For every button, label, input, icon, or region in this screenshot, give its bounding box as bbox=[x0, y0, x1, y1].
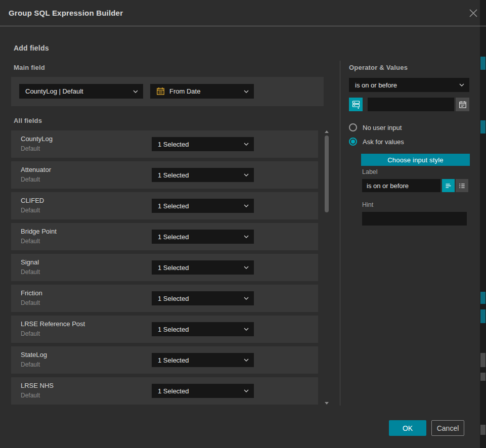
radio-no-user-input-label: No user input bbox=[363, 124, 402, 131]
background-fragment bbox=[480, 292, 485, 304]
radio-circle-icon bbox=[349, 123, 357, 131]
field-selection-select[interactable]: 1 Selected bbox=[152, 291, 254, 305]
calendar-icon bbox=[156, 87, 165, 96]
field-selection-value: 1 Selected bbox=[158, 264, 244, 272]
bullet-list-icon bbox=[458, 182, 466, 190]
field-selection-value: 1 Selected bbox=[158, 295, 244, 302]
ok-button[interactable]: OK bbox=[389, 420, 426, 436]
field-selection-value: 1 Selected bbox=[158, 356, 244, 364]
scrollbar-thumb[interactable] bbox=[325, 136, 329, 212]
chevron-down-icon bbox=[244, 297, 249, 300]
radio-ask-for-values-label: Ask for values bbox=[363, 138, 404, 146]
field-name: Signal bbox=[21, 258, 39, 266]
dialog-title: Group SQL Expression Builder bbox=[9, 0, 123, 26]
operator-values-heading: Operator & Values bbox=[349, 64, 408, 71]
field-row: Bridge Point Default 1 Selected bbox=[11, 223, 318, 250]
field-row: LRSE NHS Default 1 Selected bbox=[11, 377, 318, 405]
field-row: Attenuator Default 1 Selected bbox=[11, 161, 318, 189]
label-input[interactable] bbox=[362, 179, 440, 192]
chevron-down-icon bbox=[244, 359, 249, 362]
choose-input-style-button[interactable]: Choose input style bbox=[361, 154, 470, 166]
field-row: LRSE Reference Post Default 1 Selected bbox=[11, 316, 318, 343]
field-subtitle: Default bbox=[21, 392, 40, 399]
field-subtitle: Default bbox=[21, 207, 40, 214]
radio-no-user-input[interactable]: No user input bbox=[349, 123, 402, 131]
field-name: LRSE NHS bbox=[21, 382, 54, 389]
main-field-panel: CountyLog | Default From Date bbox=[11, 77, 324, 106]
stacked-rows-icon bbox=[351, 100, 361, 109]
all-fields-list: CountyLog Default 1 Selected Attenuator … bbox=[11, 130, 318, 408]
field-subtitle: Default bbox=[21, 299, 40, 306]
operator-select-value: is on or before bbox=[355, 81, 459, 89]
field-selection-select[interactable]: 1 Selected bbox=[152, 230, 254, 244]
scroll-down-arrow[interactable] bbox=[325, 402, 329, 405]
chevron-down-icon bbox=[133, 90, 138, 93]
close-icon bbox=[469, 9, 478, 18]
field-selection-value: 1 Selected bbox=[158, 171, 244, 179]
chevron-down-icon bbox=[244, 204, 249, 207]
field-selection-select[interactable]: 1 Selected bbox=[152, 168, 254, 182]
dialog-titlebar: Group SQL Expression Builder bbox=[0, 0, 486, 26]
operator-select[interactable]: is on or before bbox=[349, 78, 469, 92]
field-selection-select[interactable]: 1 Selected bbox=[152, 384, 254, 398]
chevron-down-icon bbox=[244, 90, 249, 93]
close-button[interactable] bbox=[469, 9, 478, 18]
radio-ask-for-values[interactable]: Ask for values bbox=[349, 138, 404, 146]
field-name: Friction bbox=[21, 289, 42, 297]
field-subtitle: Default bbox=[21, 176, 40, 183]
panel-divider bbox=[340, 61, 340, 406]
field-selection-select[interactable]: 1 Selected bbox=[152, 260, 254, 275]
chevron-down-icon bbox=[244, 173, 249, 176]
field-subtitle: Default bbox=[21, 268, 40, 276]
single-value-style-button[interactable] bbox=[442, 179, 455, 192]
date-field-select[interactable]: From Date bbox=[150, 84, 254, 99]
layer-select[interactable]: CountyLog | Default bbox=[19, 84, 143, 99]
field-subtitle: Default bbox=[21, 330, 40, 337]
field-row: Signal Default 1 Selected bbox=[11, 254, 318, 281]
field-selection-value: 1 Selected bbox=[158, 233, 244, 241]
field-row: CLIFED Default 1 Selected bbox=[11, 192, 318, 219]
field-name: Bridge Point bbox=[21, 228, 57, 235]
align-left-icon bbox=[445, 182, 452, 190]
value-input[interactable] bbox=[368, 98, 454, 111]
field-subtitle: Default bbox=[21, 238, 40, 245]
field-subtitle: Default bbox=[21, 145, 40, 152]
input-type-button[interactable] bbox=[349, 98, 363, 111]
field-selection-value: 1 Selected bbox=[158, 141, 244, 148]
field-selection-value: 1 Selected bbox=[158, 202, 244, 210]
label-field-label: Label bbox=[362, 168, 378, 175]
all-fields-label: All fields bbox=[14, 117, 42, 124]
background-fragment bbox=[480, 309, 485, 323]
background-app-strip bbox=[480, 0, 486, 448]
field-subtitle: Default bbox=[21, 361, 40, 368]
chevron-down-icon bbox=[244, 143, 249, 146]
background-fragment bbox=[480, 57, 485, 70]
radio-selected-icon bbox=[349, 138, 357, 146]
field-selection-value: 1 Selected bbox=[158, 326, 244, 333]
chevron-down-icon bbox=[244, 389, 249, 392]
field-name: CLIFED bbox=[21, 197, 44, 204]
field-name: Attenuator bbox=[21, 166, 51, 173]
field-row: StateLog Default 1 Selected bbox=[11, 346, 318, 374]
main-field-label: Main field bbox=[14, 64, 45, 71]
date-field-select-value: From Date bbox=[169, 87, 244, 95]
background-fragment bbox=[480, 353, 485, 367]
hint-input[interactable] bbox=[362, 212, 467, 226]
layer-select-value: CountyLog | Default bbox=[25, 87, 133, 95]
field-row: Friction Default 1 Selected bbox=[11, 285, 318, 312]
chevron-down-icon bbox=[459, 83, 464, 86]
date-picker-button[interactable] bbox=[456, 98, 469, 111]
scroll-up-arrow[interactable] bbox=[325, 130, 329, 133]
field-selection-select[interactable]: 1 Selected bbox=[152, 353, 254, 367]
list-style-button[interactable] bbox=[456, 179, 468, 192]
field-selection-select[interactable]: 1 Selected bbox=[152, 322, 254, 336]
add-fields-heading: Add fields bbox=[14, 44, 49, 52]
field-name: StateLog bbox=[21, 351, 47, 359]
field-selection-select[interactable]: 1 Selected bbox=[152, 199, 254, 213]
field-row: CountyLog Default 1 Selected bbox=[11, 130, 318, 158]
background-fragment bbox=[480, 373, 485, 381]
field-selection-select[interactable]: 1 Selected bbox=[152, 137, 254, 151]
background-fragment bbox=[480, 120, 485, 133]
cancel-button[interactable]: Cancel bbox=[431, 420, 464, 436]
background-fragment bbox=[480, 425, 485, 435]
